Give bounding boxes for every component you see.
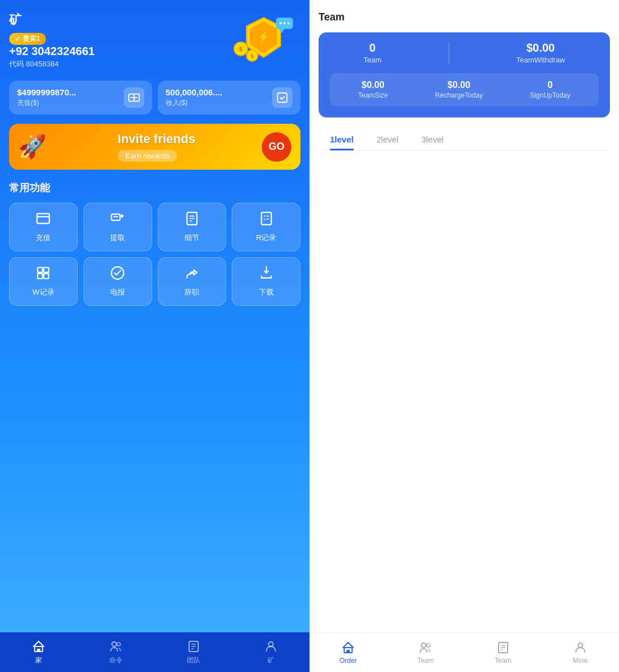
team2-right-nav-icon bbox=[496, 641, 510, 654]
function-grid-2: W记录 电报 辞职 下载 bbox=[9, 257, 300, 306]
nav-home-label: 家 bbox=[35, 656, 42, 665]
svg-rect-26 bbox=[38, 274, 43, 279]
nav-command-label: 命令 bbox=[109, 656, 123, 665]
stat-team-count: 0 Team bbox=[363, 41, 382, 64]
team-stats-top: 0 Team $0.00 TeamWithdraw bbox=[330, 41, 599, 64]
header-row: 矿 ✓ 贵宾1 +92 3042324661 代码 80458384 ⚡ bbox=[9, 11, 300, 69]
common-functions-title: 常用功能 bbox=[9, 181, 300, 195]
telegram-func-label: 电报 bbox=[110, 287, 125, 297]
svg-rect-27 bbox=[44, 274, 49, 279]
svg-point-33 bbox=[117, 642, 120, 646]
nav-mine-label: 矿 bbox=[267, 656, 274, 665]
tab-1level[interactable]: 1level bbox=[319, 129, 365, 150]
stat-teamsize: $0.00 TeamSize bbox=[358, 80, 388, 99]
stat-team-withdraw: $0.00 TeamWithdraw bbox=[516, 41, 565, 64]
nav-team[interactable]: 团队 bbox=[155, 632, 232, 672]
right-content: Team 0 Team $0.00 TeamWithdraw $0.00 Tea… bbox=[310, 0, 619, 672]
function-grid-1: 充值 提取 细节 R记录 bbox=[9, 203, 300, 251]
teamsize-value: $0.00 bbox=[358, 80, 388, 90]
function-details[interactable]: 细节 bbox=[158, 203, 227, 251]
function-telegram[interactable]: 电报 bbox=[83, 257, 152, 306]
withdraw-func-icon bbox=[110, 211, 125, 229]
team-count-value: 0 bbox=[363, 41, 382, 54]
balance-card-2: 500,000,006.... 收入($) bbox=[158, 81, 301, 115]
nav-right-mine-label: Mine bbox=[573, 657, 588, 665]
team-right-nav-icon bbox=[419, 641, 432, 654]
nav-right-team[interactable]: Team bbox=[387, 633, 464, 672]
recharge-today-label: RechargeToday bbox=[435, 91, 483, 99]
function-recharge[interactable]: 充值 bbox=[9, 203, 78, 251]
svg-rect-25 bbox=[44, 267, 49, 272]
team-list-empty bbox=[319, 159, 610, 387]
recharge-func-label: 充值 bbox=[36, 233, 51, 243]
invite-banner[interactable]: 🚀 Invite friends Earn rewards GO bbox=[9, 124, 300, 170]
team-nav-icon bbox=[187, 640, 200, 653]
illustration-svg: ⚡ $ $ bbox=[229, 15, 298, 66]
nav-mine[interactable]: 矿 bbox=[232, 632, 310, 672]
rrecord-func-label: R记录 bbox=[256, 233, 276, 243]
vip-badge: ✓ 贵宾1 bbox=[9, 33, 46, 45]
command-icon bbox=[109, 640, 123, 653]
nav-order[interactable]: Order bbox=[310, 633, 387, 672]
svg-text:$: $ bbox=[239, 46, 242, 52]
nav-right-mine[interactable]: Mine bbox=[542, 633, 619, 672]
phone-number: +92 3042324661 bbox=[9, 45, 95, 58]
balance-value-2: 500,000,006.... bbox=[166, 87, 223, 97]
signup-today-value: 0 bbox=[530, 80, 570, 90]
mine-nav-icon bbox=[264, 640, 278, 653]
svg-rect-31 bbox=[37, 649, 40, 652]
details-func-icon bbox=[185, 211, 199, 229]
resign-func-icon bbox=[185, 266, 199, 284]
right-panel: Team 0 Team $0.00 TeamWithdraw $0.00 Tea… bbox=[310, 0, 619, 672]
telegram-func-icon bbox=[110, 266, 125, 284]
balance-label-1: 充值($) bbox=[17, 98, 76, 108]
download-func-label: 下载 bbox=[259, 287, 274, 297]
download-func-icon bbox=[259, 266, 274, 284]
svg-rect-21 bbox=[261, 212, 271, 225]
nav-team-label: 团队 bbox=[187, 656, 200, 665]
balance-info-1: $4999999870... 充值($) bbox=[17, 87, 76, 108]
function-withdraw[interactable]: 提取 bbox=[83, 203, 152, 251]
team-stats-card: 0 Team $0.00 TeamWithdraw $0.00 TeamSize… bbox=[319, 32, 610, 117]
nav-command[interactable]: 命令 bbox=[77, 632, 154, 672]
home-icon bbox=[32, 640, 45, 653]
income-icon bbox=[272, 87, 292, 108]
function-rrecord[interactable]: R记录 bbox=[232, 203, 300, 251]
function-download[interactable]: 下载 bbox=[232, 257, 300, 306]
nav-home[interactable]: 家 bbox=[0, 632, 77, 672]
svg-point-32 bbox=[112, 642, 116, 646]
team-count-label: Team bbox=[363, 56, 382, 64]
stat-divider bbox=[449, 41, 449, 64]
details-func-label: 细节 bbox=[185, 233, 199, 243]
function-wrecord[interactable]: W记录 bbox=[9, 257, 78, 306]
svg-text:$: $ bbox=[250, 53, 253, 59]
stat-signup-today: 0 SignUpToday bbox=[530, 80, 570, 99]
recharge-icon bbox=[124, 87, 144, 108]
invite-sub: Earn rewards bbox=[118, 150, 177, 162]
bottom-nav-right: Order Team Team Mine bbox=[310, 632, 619, 672]
function-resign[interactable]: 辞职 bbox=[158, 257, 227, 306]
wrecord-func-label: W记录 bbox=[32, 287, 54, 297]
team-stats-bottom: $0.00 TeamSize $0.00 RechargeToday 0 Sig… bbox=[330, 73, 599, 106]
tab-3level[interactable]: 3level bbox=[410, 129, 455, 150]
order-nav-icon bbox=[341, 641, 355, 654]
page-title: Team bbox=[319, 11, 610, 23]
header-illustration: ⚡ $ $ bbox=[227, 12, 300, 69]
svg-point-47 bbox=[578, 643, 583, 648]
teamsize-label: TeamSize bbox=[358, 91, 388, 99]
balance-row: $4999999870... 充值($) 500,000,006.... 收入(… bbox=[9, 81, 300, 115]
svg-point-5 bbox=[279, 22, 282, 24]
mine-title: 矿 bbox=[9, 11, 95, 28]
svg-rect-40 bbox=[346, 650, 350, 653]
go-button[interactable]: GO bbox=[262, 132, 291, 162]
nav-right-team2[interactable]: Team bbox=[465, 633, 542, 672]
tab-2level[interactable]: 2level bbox=[365, 129, 410, 150]
ref-code: 代码 80458384 bbox=[9, 59, 95, 69]
svg-point-38 bbox=[269, 642, 273, 646]
rrecord-func-icon bbox=[259, 211, 274, 229]
nav-right-team2-label: Team bbox=[495, 657, 511, 665]
withdraw-func-label: 提取 bbox=[110, 233, 125, 243]
signup-today-label: SignUpToday bbox=[530, 91, 570, 99]
bottom-nav-left: 家 命令 团队 矿 bbox=[0, 632, 310, 672]
recharge-func-icon bbox=[36, 211, 51, 229]
